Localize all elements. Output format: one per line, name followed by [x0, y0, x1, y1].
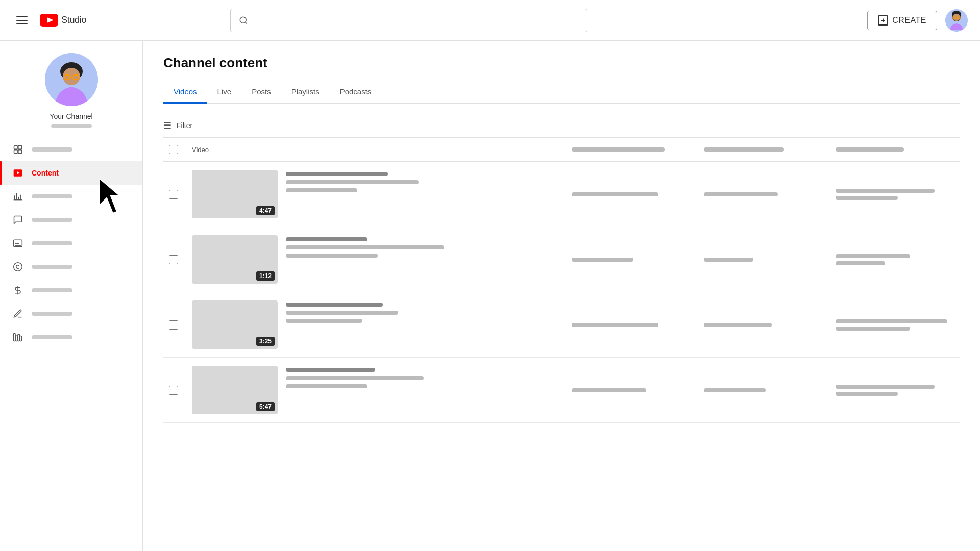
- page-title: Channel content: [163, 55, 960, 71]
- channel-avatar[interactable]: [45, 53, 98, 106]
- header-right: + CREATE: [867, 9, 968, 32]
- row3-stat3: [836, 319, 960, 331]
- sidebar-nav: Content: [0, 138, 142, 349]
- svg-point-7: [953, 14, 960, 21]
- row4-video-cell: 5:47: [192, 366, 564, 414]
- search-bar: [230, 9, 587, 32]
- stat-col-1-header: [572, 147, 696, 152]
- logo-link[interactable]: Studio: [40, 14, 86, 27]
- filter-label: Filter: [177, 121, 192, 130]
- row4-stat2: [704, 388, 828, 392]
- audio-label-bar: [32, 335, 72, 339]
- create-button[interactable]: + CREATE: [867, 11, 937, 30]
- svg-rect-35: [18, 334, 19, 341]
- monetization-label-bar: [32, 288, 72, 292]
- sidebar-item-comments[interactable]: [0, 208, 142, 232]
- subtitles-label-bar: [32, 241, 72, 245]
- row3-checkbox[interactable]: [169, 320, 178, 330]
- search-container: [230, 9, 587, 32]
- row4-desc-bar1: [286, 376, 424, 380]
- row2-stat3-bar1: [836, 254, 910, 258]
- row2-video-cell: 1:12: [192, 235, 564, 284]
- row1-checkbox[interactable]: [169, 190, 178, 199]
- copyright-icon: [12, 261, 23, 272]
- row3-checkbox-cell[interactable]: [163, 320, 184, 330]
- row4-video-info: [286, 366, 424, 388]
- main-content: Channel content Videos Live Posts Playli…: [143, 41, 980, 551]
- tab-videos[interactable]: Videos: [163, 81, 207, 104]
- row1-thumbnail[interactable]: 4:47: [192, 170, 278, 218]
- select-all-checkbox[interactable]: [169, 145, 178, 154]
- row3-thumbnail[interactable]: 3:25: [192, 300, 278, 349]
- row3-stat2-bar1: [704, 323, 772, 327]
- row4-checkbox[interactable]: [169, 386, 178, 395]
- row4-stat3-bar1: [836, 385, 935, 389]
- tab-playlists[interactable]: Playlists: [281, 81, 330, 104]
- row4-stat3-bar2: [836, 392, 897, 396]
- row4-title-bar: [286, 368, 375, 372]
- stat2-header-bar: [704, 147, 785, 152]
- sidebar-item-subtitles[interactable]: [0, 232, 142, 255]
- row1-duration: 4:47: [256, 206, 275, 215]
- tab-podcasts[interactable]: Podcasts: [330, 81, 382, 104]
- row3-stat2: [704, 323, 828, 327]
- row2-stat2: [704, 258, 828, 262]
- row3-title-bar: [286, 303, 383, 307]
- tabs-bar: Videos Live Posts Playlists Podcasts: [163, 81, 960, 104]
- sidebar-item-customization[interactable]: [0, 302, 142, 325]
- table-row: 5:47: [163, 358, 960, 423]
- table-row: 3:25: [163, 292, 960, 358]
- search-icon: [239, 16, 248, 25]
- row2-checkbox-cell[interactable]: [163, 255, 184, 264]
- row1-stat1: [572, 192, 696, 196]
- svg-rect-34: [16, 335, 17, 341]
- svg-rect-33: [14, 334, 15, 341]
- row1-video-info: [286, 170, 419, 192]
- row2-thumbnail[interactable]: 1:12: [192, 235, 278, 284]
- sidebar-item-analytics[interactable]: [0, 185, 142, 208]
- row1-checkbox-cell[interactable]: [163, 190, 184, 199]
- row4-stat2-bar1: [704, 388, 766, 392]
- row3-desc-bar1: [286, 311, 398, 315]
- audio-icon: [12, 332, 23, 343]
- account-avatar-button[interactable]: [945, 9, 968, 32]
- row1-stat1-bar1: [572, 192, 658, 196]
- tab-posts[interactable]: Posts: [241, 81, 281, 104]
- video-column-header: Video: [192, 146, 564, 154]
- stat-col-2-header: [704, 147, 828, 152]
- table-row: 1:12: [163, 227, 960, 292]
- youtube-logo-icon: [40, 14, 58, 27]
- sidebar-item-dashboard[interactable]: [0, 138, 142, 161]
- row2-stat3-bar2: [836, 261, 885, 265]
- row2-desc-bar2: [286, 254, 378, 258]
- row1-desc-bar1: [286, 180, 419, 184]
- row3-duration: 3:25: [256, 337, 275, 346]
- row3-video-info: [286, 300, 398, 323]
- row1-video-cell: 4:47: [192, 170, 564, 218]
- sidebar-item-audio[interactable]: [0, 325, 142, 349]
- search-input[interactable]: [254, 16, 579, 24]
- monetization-icon: [12, 285, 23, 296]
- row2-checkbox[interactable]: [169, 255, 178, 264]
- menu-toggle-button[interactable]: [12, 12, 32, 29]
- analytics-label-bar: [32, 194, 72, 198]
- comments-label-bar: [32, 218, 72, 222]
- sidebar-item-copyright[interactable]: [0, 255, 142, 279]
- row2-stat1: [572, 258, 696, 262]
- filter-bar: ☰ Filter: [163, 114, 960, 138]
- stat-col-3-header: [836, 147, 960, 152]
- row3-stat3-bar2: [836, 327, 910, 331]
- row4-thumbnail[interactable]: 5:47: [192, 366, 278, 414]
- tab-live[interactable]: Live: [207, 81, 242, 104]
- row2-title-bar: [286, 237, 368, 241]
- select-all-checkbox-cell[interactable]: [163, 145, 184, 154]
- create-button-label: CREATE: [892, 16, 926, 25]
- sidebar-item-monetization[interactable]: [0, 279, 142, 302]
- subtitles-icon: [12, 238, 23, 249]
- table-row: 4:47: [163, 162, 960, 227]
- row2-desc-bar1: [286, 245, 444, 249]
- row4-stat3: [836, 385, 960, 396]
- sidebar-item-content[interactable]: Content: [0, 161, 142, 185]
- row2-stat3: [836, 254, 960, 265]
- row4-checkbox-cell[interactable]: [163, 386, 184, 395]
